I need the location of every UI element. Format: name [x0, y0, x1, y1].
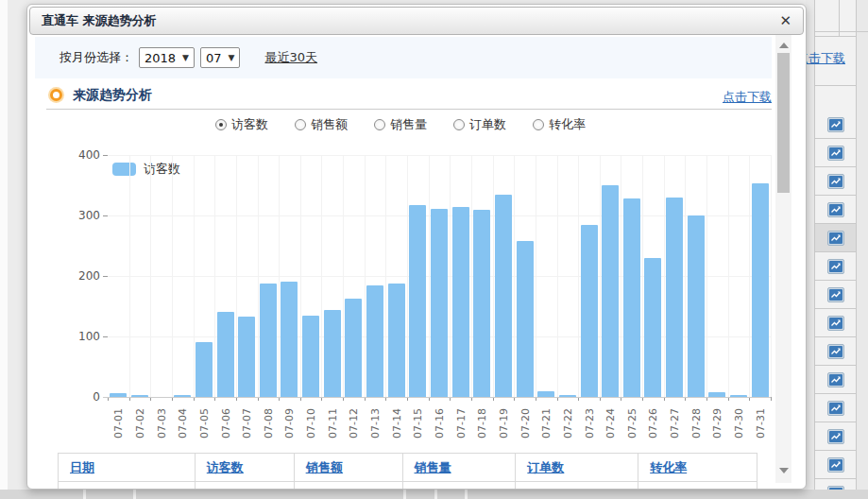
gridline-v: [194, 155, 195, 397]
bar-07-02: [131, 395, 148, 397]
gridline-v: [129, 155, 130, 397]
table-header-link[interactable]: 订单数: [527, 459, 564, 476]
gridline-v: [450, 155, 451, 397]
gridline-v: [536, 155, 536, 397]
bar-07-04: [174, 395, 191, 397]
table-header-link[interactable]: 转化率: [650, 459, 687, 476]
bar-07-01: [110, 393, 127, 397]
chart-legend: 访客数: [112, 161, 180, 178]
bar-07-05: [196, 342, 213, 397]
gridline-v: [429, 155, 430, 397]
scrollbar-thumb[interactable]: [777, 53, 790, 193]
table-header-link[interactable]: 日期: [70, 459, 94, 476]
legend-label: 访客数: [144, 161, 180, 178]
y-axis-tick-label: 200: [70, 269, 100, 283]
gridline-v: [514, 155, 515, 397]
x-axis-tick: [771, 397, 772, 401]
bar-07-13: [366, 285, 383, 397]
scroll-up-icon[interactable]: [779, 43, 789, 48]
background-table-row: [815, 196, 856, 224]
y-axis-tick-label: 100: [70, 330, 100, 343]
gridline-h: [108, 155, 771, 156]
table-cell: [295, 482, 403, 490]
trend-line-chart-icon[interactable]: [827, 401, 844, 416]
table-header-link[interactable]: 销售额: [306, 459, 343, 476]
bar-07-27: [666, 198, 683, 397]
table-cell: [196, 482, 295, 490]
gridline-v: [385, 155, 386, 397]
y-axis-tick: [103, 215, 108, 216]
bar-07-18: [473, 210, 490, 397]
background-table-row: [815, 167, 856, 196]
legend-swatch: [112, 163, 136, 176]
background-table-row: [815, 281, 856, 309]
table-cell: [516, 482, 638, 490]
table-header-row: 日期访客数销售额销售量订单数转化率: [59, 454, 757, 482]
bar-07-14: [388, 284, 405, 397]
gridline-v: [600, 155, 601, 397]
table-row: [59, 482, 757, 490]
trend-line-chart-icon[interactable]: [827, 372, 844, 387]
trend-line-chart-icon[interactable]: [827, 316, 844, 331]
bar-07-17: [452, 207, 469, 397]
page-left-strip: [0, 0, 8, 499]
bar-07-07: [238, 317, 255, 397]
scroll-down-icon[interactable]: [779, 468, 789, 473]
gridline-v: [321, 155, 322, 397]
gridline-v: [771, 155, 772, 397]
y-axis-tick-label: 300: [70, 209, 100, 222]
gridline-v: [172, 155, 173, 397]
background-bottom-bar: [0, 490, 868, 499]
trend-line-chart-icon[interactable]: [827, 457, 844, 473]
bar-07-29: [708, 392, 725, 397]
trend-line-chart-icon[interactable]: [827, 117, 844, 132]
bar-07-10: [302, 316, 319, 397]
table-header-link[interactable]: 销售量: [415, 459, 451, 476]
gridline-v: [214, 155, 215, 397]
trend-line-chart-icon[interactable]: [827, 429, 844, 444]
gridline-v: [343, 155, 344, 397]
background-table-row: [815, 224, 856, 252]
table-header-cell: 日期: [59, 454, 196, 481]
table-cell: [403, 482, 517, 490]
trend-line-chart-icon[interactable]: [827, 202, 844, 217]
background-grid-line: [814, 36, 857, 37]
trend-analysis-dialog: 直通车 来源趋势分析 ✕ 按月份选择： 2018 ▼ 07 ▼ 最近30天 来源…: [26, 4, 807, 490]
bar-07-12: [345, 299, 362, 397]
trend-line-chart-icon[interactable]: [827, 146, 844, 161]
table-header-link[interactable]: 访客数: [207, 459, 244, 476]
trend-line-chart-icon[interactable]: [827, 259, 844, 274]
bar-07-19: [495, 195, 512, 397]
trend-line-chart-icon[interactable]: [827, 344, 844, 359]
trend-line-chart-icon[interactable]: [827, 231, 844, 246]
gridline-v: [300, 155, 301, 397]
bar-07-26: [644, 258, 661, 397]
gridline-v: [279, 155, 280, 397]
trend-line-chart-icon[interactable]: [827, 287, 844, 302]
gridline-v: [728, 155, 729, 397]
dialog-scrollbar[interactable]: [775, 35, 791, 483]
background-table-row: [815, 366, 856, 394]
close-icon[interactable]: ✕: [779, 12, 791, 29]
background-table-column: [806, 0, 868, 499]
gridline-v: [642, 155, 643, 397]
y-axis-tick-label: 0: [70, 390, 100, 404]
bar-07-20: [517, 241, 534, 397]
bar-07-16: [431, 209, 448, 397]
gridline-v: [557, 155, 558, 397]
bar-07-31: [752, 183, 769, 397]
gridline-v: [471, 155, 472, 397]
gridline-v: [407, 155, 408, 397]
background-table-row: [815, 451, 856, 479]
gridline-v: [706, 155, 707, 397]
background-table-row: [815, 111, 856, 139]
table-header-cell: 转化率: [638, 454, 757, 481]
bar-07-15: [409, 205, 426, 397]
background-table-row: [815, 139, 856, 167]
table-header-cell: 访客数: [196, 454, 295, 481]
bar-07-09: [281, 282, 298, 397]
trend-line-chart-icon[interactable]: [827, 174, 844, 189]
y-axis-tick: [103, 336, 108, 337]
bar-07-25: [623, 198, 640, 397]
gridline-v: [236, 155, 237, 397]
